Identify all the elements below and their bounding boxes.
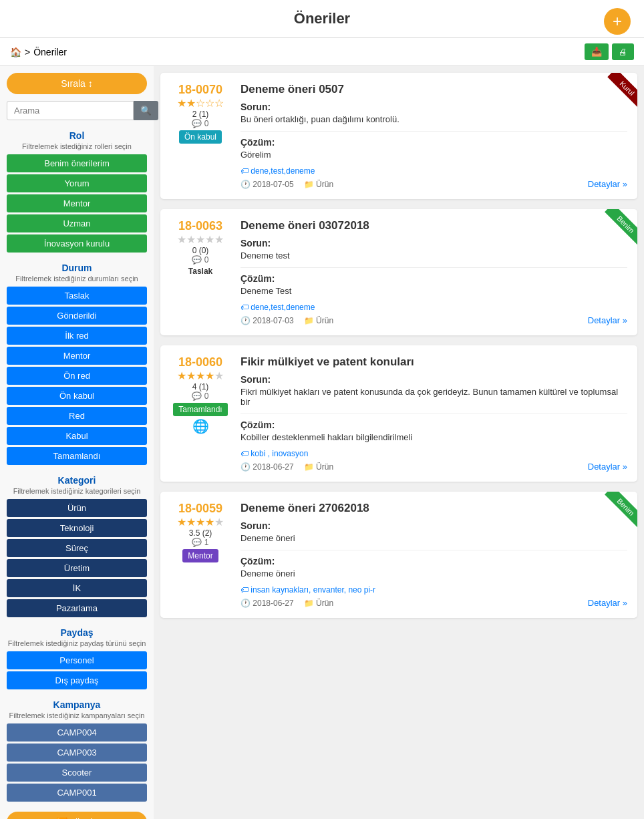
add-button[interactable]: + [604,8,631,35]
problem-label: Sorun: [240,102,627,112]
card-footer: 🕐 2018-07-03 📁 Ürün Detaylar » [240,315,627,325]
breadcrumb: 🏠 > Öneriler 📥 🖨 [0,38,644,66]
rating-count: 3.5 (2) [170,528,230,538]
durum-mentor[interactable]: Mentor [7,347,147,365]
durum-on-kabul[interactable]: Ön kabul [7,387,147,405]
rating-count: 4 (1) [170,382,230,391]
durum-section: Durum Filtrelemek istediğiniz durumları … [7,263,147,467]
category: 📁 Ürün [304,316,333,325]
breadcrumb-current: Öneriler [33,47,67,57]
stars: ★★★★★ [170,233,230,246]
durum-on-red[interactable]: Ön red [7,367,147,385]
ribbon-kurul: Kurul [591,73,637,120]
paydas-subtitle: Filtrelemek istediğiniz paydaş türünü se… [7,639,147,647]
category: 📁 Ürün [304,599,333,608]
kategori-uretim[interactable]: Üretim [7,559,147,577]
problem-label: Sorun: [240,520,627,531]
card-meta: 18-0060 ★★★★★ 4 (1) 💬 0 Tamamlandı 🌐 [170,355,230,434]
solution-label: Çözüm: [240,420,627,430]
card-header: 18-0070 ★★☆☆☆ 2 (1) 💬 0 Ön kabul Deneme … [170,83,627,189]
paydas-title: Paydaş [7,627,147,638]
kategori-urun[interactable]: Ürün [7,499,147,517]
durum-subtitle: Filtrelemek istediğiniz durumları seçin [7,275,147,283]
problem-text: Fikri mülkiyet hakları ve patent konusun… [240,387,627,407]
solution-text: Kobiller desteklenmeli hakları bilgilend… [240,432,627,442]
rol-uzman[interactable]: Uzman [7,214,147,232]
solution-label: Çözüm: [240,556,627,566]
rol-mentor[interactable]: Mentor [7,194,147,212]
search-input[interactable] [7,101,134,120]
action-buttons: 🔽 Filtrele ✕ Temizle [7,812,147,819]
status-badge: Taslak [188,267,212,276]
card-18-0059: Benim 18-0059 ★★★★★ 3.5 (2) 💬 1 Mentor D… [160,492,637,618]
durum-red[interactable]: Red [7,407,147,425]
card-meta: 18-0070 ★★☆☆☆ 2 (1) 💬 0 Ön kabul [170,83,230,144]
details-link[interactable]: Detaylar » [588,462,627,472]
kategori-section: Kategori Filtrelemek istediğiniz kategor… [7,475,147,619]
tags: 🏷 insan kaynakları, envanter, neo pi-r [240,585,627,595]
card-body: Deneme öneri 27062018 Sorun: Deneme öner… [240,502,627,608]
durum-taslak[interactable]: Taslak [7,287,147,305]
card-18-0060: 18-0060 ★★★★★ 4 (1) 💬 0 Tamamlandı 🌐 Fik… [160,345,637,482]
card-body: Fikir mülkiyet ve patent konuları Sorun:… [240,355,627,472]
stars: ★★☆☆☆ [170,97,230,110]
main-layout: Sırala ↕ 🔍 Rol Filtrelemek istediğiniz r… [0,66,644,819]
print-button[interactable]: 🖨 [612,43,634,60]
solution-text: Deneme öneri [240,568,627,579]
solution-text: Deneme Test [240,286,627,296]
kampanya-camp001[interactable]: CAMP001 [7,784,147,802]
rol-yorum[interactable]: Yorum [7,174,147,192]
durum-kabul[interactable]: Kabul [7,427,147,445]
kategori-title: Kategori [7,475,147,486]
paydas-personel[interactable]: Personel [7,651,147,669]
page-title: Öneriler [10,10,634,27]
ribbon-label: Kurul [608,73,637,108]
solution-text: Görelim [240,150,627,160]
rol-subtitle: Filtrelemek istediğiniz rolleri seçin [7,142,147,150]
card-id: 18-0059 [170,502,230,516]
details-link[interactable]: Detaylar » [588,598,627,608]
sidebar: Sırala ↕ 🔍 Rol Filtrelemek istediğiniz r… [0,66,154,819]
card-footer: 🕐 2018-07-05 📁 Ürün Detaylar » [240,179,627,189]
kampanya-camp003[interactable]: CAMP003 [7,744,147,762]
comment-count: 💬 1 [170,538,230,547]
kampanya-title: Kampanya [7,699,147,710]
problem-label: Sorun: [240,374,627,385]
details-link[interactable]: Detaylar » [588,179,627,189]
card-body: Deneme öneri 0507 Sorun: Bu öneri ortakl… [240,83,627,189]
export-button[interactable]: 📥 [585,43,609,60]
kampanya-section: Kampanya Filtrelemek istediğiniz kampany… [7,699,147,804]
card-title: Deneme öneri 03072018 [240,219,627,232]
ribbon-label: Benim [605,492,637,528]
durum-gonderildi[interactable]: Gönderildi [7,307,147,325]
sort-button[interactable]: Sırala ↕ [7,73,147,94]
category: 📁 Ürün [304,180,333,189]
kategori-ik[interactable]: İK [7,579,147,597]
kategori-pazarlama[interactable]: Pazarlama [7,599,147,617]
paydas-dis-paydas[interactable]: Dış paydaş [7,671,147,689]
content-area: Kurul 18-0070 ★★☆☆☆ 2 (1) 💬 0 Ön kabul D… [154,66,644,819]
breadcrumb-separator: > [25,47,30,57]
stars: ★★★★★ [170,516,230,528]
comment-count: 💬 0 [170,255,230,265]
rol-benim-onerilerim[interactable]: Benim önerilerim [7,154,147,172]
rol-section: Rol Filtrelemek istediğiniz rolleri seçi… [7,130,147,255]
filtrele-button[interactable]: 🔽 Filtrele [7,812,147,819]
date: 🕐 2018-07-05 [240,180,294,189]
solution-label: Çözüm: [240,137,627,148]
details-link[interactable]: Detaylar » [588,315,627,325]
kategori-surec[interactable]: Süreç [7,539,147,557]
card-header: 18-0060 ★★★★★ 4 (1) 💬 0 Tamamlandı 🌐 Fik… [170,355,627,472]
durum-tamamlandi[interactable]: Tamamlandı [7,447,147,465]
ribbon-benim: Benim [591,492,637,538]
status-badge: Mentor [182,549,218,562]
comment-count: 💬 0 [170,391,230,401]
kategori-teknoloji[interactable]: Teknoloji [7,519,147,537]
kampanya-camp004[interactable]: CAMP004 [7,723,147,742]
card-id: 18-0060 [170,355,230,369]
rol-inovasyon-kurulu[interactable]: İnovasyon kurulu [7,234,147,253]
status-badge: Ön kabul [179,130,222,144]
kampanya-scooter[interactable]: Scooter [7,764,147,782]
durum-ilk-red[interactable]: İlk red [7,327,147,345]
problem-text: Deneme öneri [240,533,627,543]
